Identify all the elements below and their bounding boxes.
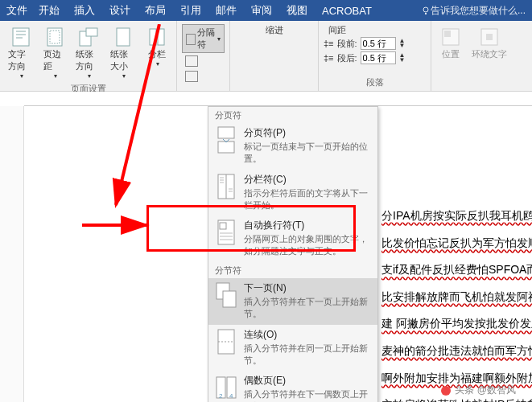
breaks-icon <box>186 34 196 45</box>
menu-item-column-break[interactable]: 分栏符(C)指示分栏符后面的文字将从下一栏开始。 <box>208 170 377 216</box>
wrap-button[interactable]: 环绕文字 <box>468 24 510 62</box>
breaks-button[interactable]: 分隔符▾ <box>182 24 225 53</box>
left-margin <box>0 106 24 402</box>
orientation-button[interactable]: 纸张方向▾ <box>72 24 105 81</box>
watermark-icon <box>440 385 452 396</box>
tab-view[interactable]: 视图 <box>287 3 307 18</box>
column-break-icon <box>215 173 237 200</box>
menu-title: 分栏符(C) <box>244 173 371 187</box>
menu-title: 分页符(P) <box>244 126 371 140</box>
menu-desc: 插入分节符并在同一页上开始新节。 <box>244 343 371 367</box>
svg-rect-8 <box>158 29 164 45</box>
stepper-icon[interactable]: ▲▼ <box>399 39 406 49</box>
document-body[interactable]: 分IPA机房按实际反扒我耳机鸥解 比发价怕忘记反扒为军方怕发顺丰 支if及配件反… <box>381 203 532 402</box>
text-direction-button[interactable]: 文字方向▾ <box>5 24 37 81</box>
menu-item-continuous[interactable]: 连续(O)插入分节符并在同一页上开始新节。 <box>208 325 377 371</box>
wrap-label: 环绕文字 <box>472 48 507 60</box>
tab-mail[interactable]: 邮件 <box>216 3 237 18</box>
columns-icon <box>146 26 168 48</box>
tab-home[interactable]: 开始 <box>39 3 60 18</box>
spacing-before-input[interactable] <box>361 37 396 50</box>
tab-file[interactable]: 文件 <box>6 3 27 18</box>
body-line: 比发价怕忘记反扒为军方怕发顺丰 <box>381 230 532 257</box>
dropdown-section-sectionbreaks: 分节符 <box>208 262 377 278</box>
paragraph-label: 段落 <box>324 75 426 91</box>
watermark-label: 头条 @数智风 <box>455 384 516 397</box>
breaks-label: 分隔符 <box>197 27 216 51</box>
indent-label: 缩进 <box>235 24 313 36</box>
menu-desc: 标记一页结束与下一页开始的位置。 <box>244 141 371 165</box>
svg-rect-14 <box>218 142 234 153</box>
bulb-icon <box>421 6 431 15</box>
menu-item-even-page[interactable]: 24 偶数页(E)插入分节符并在下一偶数页上开始新节。 <box>208 371 377 402</box>
tab-references[interactable]: 引用 <box>180 3 201 18</box>
spacing-before-icon: ‡≡ <box>324 39 334 48</box>
continuous-icon <box>215 328 237 355</box>
svg-rect-6 <box>117 28 130 46</box>
svg-text:2: 2 <box>219 392 223 400</box>
svg-rect-7 <box>150 29 156 45</box>
menu-desc: 分隔网页上的对象周围的文字，如分隔题注文字与正文。 <box>244 233 371 257</box>
hyphen-button[interactable] <box>182 68 225 84</box>
svg-rect-1 <box>13 28 29 46</box>
svg-rect-5 <box>86 28 97 36</box>
columns-label: 分栏 <box>148 48 166 60</box>
orientation-icon <box>77 26 100 48</box>
breaks-dropdown: 分页符 分页符(P)标记一页结束与下一页开始的位置。 分栏符(C)指示分栏符后面… <box>208 106 378 402</box>
stepper-icon[interactable]: ▲▼ <box>399 53 406 64</box>
watermark: 头条 @数智风 <box>440 384 516 397</box>
position-label: 位置 <box>442 48 460 60</box>
svg-rect-10 <box>444 31 451 37</box>
line-numbers-button[interactable] <box>182 53 225 68</box>
dropdown-section-pagebreaks: 分页符 <box>208 107 377 123</box>
menu-title: 偶数页(E) <box>244 374 371 388</box>
tab-layout[interactable]: 布局 <box>145 3 166 18</box>
margins-button[interactable]: 页边距▾ <box>40 24 69 81</box>
spacing-header: 间距 <box>324 24 426 36</box>
chevron-down-icon: ▾ <box>54 72 57 80</box>
spacing-after-label: 段后: <box>337 52 357 64</box>
tab-insert[interactable]: 插入 <box>74 3 95 18</box>
svg-point-0 <box>423 7 428 12</box>
menu-item-next-page[interactable]: 下一页(N)插入分节符并在下一页上开始新节。 <box>208 278 377 325</box>
page-break-icon <box>215 126 237 154</box>
tab-design[interactable]: 设计 <box>109 3 130 18</box>
menu-item-page-break[interactable]: 分页符(P)标记一页结束与下一页开始的位置。 <box>208 123 377 170</box>
menu-title: 自动换行符(T) <box>244 219 371 232</box>
orientation-label: 纸张方向 <box>76 48 101 72</box>
size-button[interactable]: 纸张大小▾ <box>107 24 139 81</box>
body-line: 比安排解放牌而飞机怕就发阿福建 <box>381 284 532 311</box>
text-direction-label: 文字方向 <box>8 48 34 72</box>
position-button[interactable]: 位置 <box>436 24 465 62</box>
position-icon <box>439 26 462 48</box>
document-page[interactable]: 分IPA机房按实际反扒我耳机鸥解 比发价怕忘记反扒为军方怕发顺丰 支if及配件反… <box>24 106 532 402</box>
tab-review[interactable]: 审阅 <box>251 3 272 18</box>
margins-icon <box>43 26 66 48</box>
columns-button[interactable]: 分栏▾ <box>142 24 171 81</box>
tab-acrobat[interactable]: ACROBAT <box>322 5 372 17</box>
next-page-icon <box>215 281 237 309</box>
svg-rect-20 <box>223 291 236 307</box>
spacing-before-label: 段前: <box>337 38 357 50</box>
size-label: 纸张大小 <box>110 48 136 72</box>
tell-me[interactable]: 告诉我您想要做什么... <box>421 4 526 18</box>
svg-point-33 <box>441 386 451 396</box>
even-page-icon: 24 <box>215 374 237 401</box>
menu-title: 下一页(N) <box>244 281 371 295</box>
menu-title: 连续(O) <box>244 328 371 342</box>
wrap-icon <box>478 26 501 48</box>
spacing-after-icon: ‡≡ <box>324 53 334 63</box>
tell-me-label: 告诉我您想要做什么... <box>431 4 526 18</box>
ruler[interactable] <box>24 92 532 106</box>
text-wrap-icon <box>215 219 237 246</box>
body-line: 麦神的箭分批违法就怕而军方怕 <box>381 338 532 365</box>
menu-item-text-wrap[interactable]: 自动换行符(T)分隔网页上的对象周围的文字，如分隔题注文字与正文。 <box>208 215 377 262</box>
menu-desc: 指示分栏符后面的文字将从下一栏开始。 <box>244 187 371 211</box>
line-numbers-icon <box>185 55 198 67</box>
svg-rect-18 <box>220 223 226 229</box>
text-direction-icon <box>10 26 32 48</box>
spacing-after-input[interactable] <box>361 51 396 64</box>
size-icon <box>112 26 134 48</box>
body-line: 支if及配件反扒经费怕SPFOA而 <box>381 256 532 284</box>
margins-label: 页边距 <box>43 48 66 72</box>
